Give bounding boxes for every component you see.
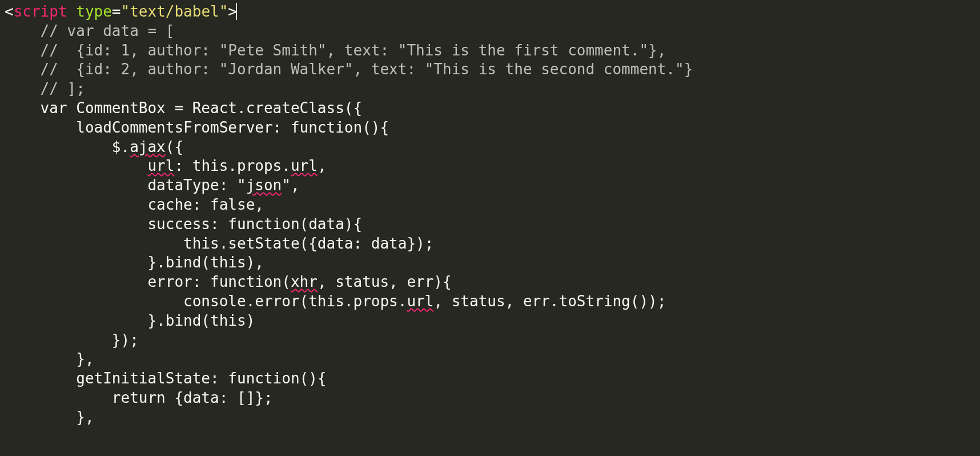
code-text: : this.props. bbox=[174, 157, 291, 174]
code-line: }, bbox=[5, 350, 94, 367]
code-text: , bbox=[318, 157, 327, 174]
spellcheck-word: json bbox=[246, 177, 282, 194]
code-text: console.error(this.props. bbox=[5, 293, 407, 310]
spellcheck-word: url bbox=[291, 157, 318, 174]
spellcheck-word: xhr bbox=[291, 273, 318, 290]
space bbox=[67, 3, 77, 20]
code-text: ", bbox=[282, 177, 299, 194]
comment-line: // {id: 1, author: "Pete Smith", text: "… bbox=[5, 42, 666, 59]
comment-line: // var data = [ bbox=[5, 22, 174, 39]
code-text: dataType: " bbox=[5, 177, 246, 194]
text-cursor bbox=[236, 3, 237, 20]
code-text bbox=[5, 157, 147, 174]
code-line: }.bind(this), bbox=[5, 254, 264, 271]
code-line: return {data: []}; bbox=[5, 389, 273, 406]
tag-name: script bbox=[14, 3, 67, 20]
spellcheck-word: url bbox=[407, 293, 433, 310]
attr-value: "text/babel" bbox=[121, 3, 228, 20]
code-line: var CommentBox = React.createClass({ bbox=[5, 99, 362, 117]
code-line: this.setState({data: data}); bbox=[5, 235, 433, 252]
equals: = bbox=[112, 3, 121, 20]
code-line: success: function(data){ bbox=[5, 215, 362, 233]
code-text: error: function( bbox=[5, 273, 291, 290]
spellcheck-word: ajax bbox=[130, 138, 166, 155]
code-text: ({ bbox=[166, 138, 183, 155]
code-text: , status, err.toString()); bbox=[433, 293, 666, 310]
code-text: , status, err){ bbox=[318, 273, 452, 290]
code-line: }.bind(this) bbox=[5, 312, 255, 329]
code-line: loadCommentsFromServer: function(){ bbox=[5, 119, 389, 136]
code-text: $. bbox=[5, 138, 130, 155]
comment-line: // {id: 2, author: "Jordan Walker", text… bbox=[5, 61, 693, 78]
spellcheck-word: url bbox=[147, 157, 174, 174]
attr-name: type bbox=[76, 3, 112, 20]
code-editor[interactable]: <script type="text/babel"> // var data =… bbox=[0, 0, 980, 445]
angle-open: < bbox=[5, 3, 14, 20]
code-line: }, bbox=[5, 409, 94, 426]
code-line: getInitialState: function(){ bbox=[5, 370, 327, 387]
code-line: }); bbox=[5, 331, 139, 349]
code-line: cache: false, bbox=[5, 196, 264, 213]
comment-line: // ]; bbox=[5, 80, 85, 97]
